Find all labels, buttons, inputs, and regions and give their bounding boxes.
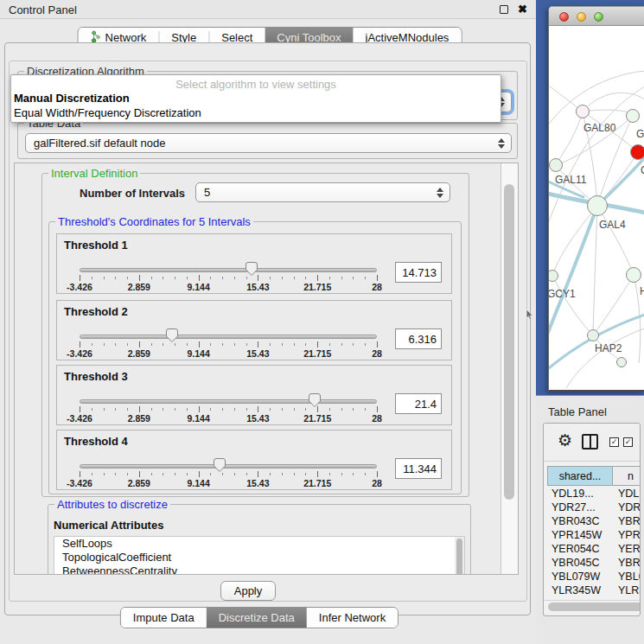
column-header-shared-name[interactable]: shared...: [547, 466, 613, 486]
slider-tick: [246, 408, 247, 411]
cell[interactable]: YDL19...: [547, 487, 613, 501]
cell[interactable]: YER0: [613, 542, 641, 556]
table-row[interactable]: YBL079WYBL0: [547, 570, 641, 583]
network-node[interactable]: [587, 195, 608, 216]
slider-tick: [163, 277, 163, 279]
table-row[interactable]: YPR145WYPR1: [547, 528, 641, 542]
threshold-1-slider[interactable]: -3.4262.8599.14415.4321.71528: [80, 264, 377, 291]
slider-track[interactable]: [80, 399, 377, 404]
cell[interactable]: YBR045C: [547, 556, 613, 570]
table-row[interactable]: YBR043CYBR0: [547, 514, 641, 528]
cell[interactable]: YBL079W: [547, 570, 613, 583]
table-row[interactable]: YER054CYER0: [547, 542, 641, 556]
slider-tick: [341, 343, 342, 346]
float-window-icon[interactable]: [500, 5, 508, 14]
slider-tick: [282, 408, 283, 411]
list-item[interactable]: TopologicalCoefficient: [54, 551, 464, 564]
network-node[interactable]: [626, 109, 640, 123]
network-node-label: C: [641, 164, 644, 176]
close-icon[interactable]: ✖: [518, 3, 527, 16]
window-zoom-button[interactable]: [594, 12, 603, 22]
menu-item-manual-discretization[interactable]: Manual Discretization: [14, 92, 130, 105]
table-row[interactable]: YDR27...YDR2: [547, 501, 641, 514]
threshold-2-slider[interactable]: -3.4262.8599.14415.4321.71528: [80, 330, 377, 358]
slider-tick: [127, 473, 128, 475]
window-minimize-button[interactable]: [577, 12, 586, 22]
slider-tick: [151, 343, 152, 346]
vertical-scrollbar-thumb[interactable]: [504, 184, 514, 500]
threshold-2-value[interactable]: 6.316: [395, 328, 442, 349]
slider-tick-label: 28: [372, 478, 382, 488]
cell[interactable]: YLR3: [613, 583, 641, 597]
horizontal-scrollbar[interactable]: [544, 600, 640, 612]
threshold-1-panel: Threshold 1 -3.4262.8599.14415.4321.7152…: [56, 233, 452, 294]
cell[interactable]: YER054C: [547, 542, 613, 556]
column-header-name[interactable]: n: [613, 466, 641, 486]
cell[interactable]: YLR345W: [547, 583, 613, 597]
threshold-4-slider[interactable]: -3.4262.8599.14415.4321.71528: [80, 460, 377, 488]
slider-tick-label: -3.426: [67, 413, 92, 424]
checkbox-icon[interactable]: ✓: [623, 437, 633, 447]
tab-impute-data[interactable]: Impute Data: [121, 608, 207, 628]
slider-tick: [80, 471, 80, 477]
slider-tick: [377, 471, 378, 477]
slider-tick: [365, 277, 366, 279]
network-node[interactable]: [630, 144, 644, 160]
number-of-intervals-value: 5: [204, 186, 210, 199]
cell[interactable]: YBL0: [613, 570, 641, 583]
threshold-2-panel: Threshold 2 -3.4262.8599.14415.4321.7152…: [56, 300, 452, 360]
checkbox-icon[interactable]: ✓: [609, 437, 619, 447]
network-node[interactable]: [576, 105, 590, 118]
menu-item-equal-width-frequency[interactable]: Equal Width/Frequency Discretization: [14, 106, 201, 119]
threshold-3-slider[interactable]: -3.4262.8599.14415.4321.71528: [80, 395, 377, 423]
columns-icon[interactable]: [582, 434, 598, 450]
slider-tick: [127, 408, 128, 411]
list-item[interactable]: BetweennessCentrality: [54, 564, 464, 575]
table-row[interactable]: YBR045CYBR0: [547, 556, 641, 570]
tab-label: Impute Data: [133, 611, 194, 624]
cell[interactable]: YDR27...: [547, 501, 613, 514]
network-node[interactable]: [616, 357, 627, 367]
table-row[interactable]: YDL19...YDL1: [547, 487, 641, 501]
interval-definition-group: Interval Definition Number of Intervals …: [41, 173, 469, 497]
slider-tick: [210, 473, 211, 475]
numerical-attributes-list[interactable]: SelfLoops TopologicalCoefficient Between…: [54, 536, 465, 575]
apply-button[interactable]: Apply: [220, 581, 276, 601]
cell[interactable]: YBR0: [613, 514, 641, 528]
window-close-button[interactable]: [559, 12, 569, 22]
cell[interactable]: YBR043C: [547, 514, 613, 528]
number-of-intervals-combobox[interactable]: 5: [195, 182, 450, 202]
network-node[interactable]: [549, 158, 563, 172]
list-scrollbar[interactable]: [455, 537, 464, 575]
tab-discretize-data[interactable]: Discretize Data: [207, 608, 307, 628]
slider-tick: [80, 406, 80, 412]
table-data-combobox[interactable]: galFiltered.sif default node: [25, 133, 512, 153]
horizontal-scrollbar-thumb[interactable]: [548, 603, 641, 611]
tab-infer-network[interactable]: Infer Network: [307, 608, 398, 628]
cell[interactable]: YPR145W: [547, 528, 613, 542]
vertical-scrollbar[interactable]: [501, 163, 518, 574]
network-node[interactable]: [587, 329, 599, 341]
slider-track[interactable]: [80, 268, 377, 272]
slider-track[interactable]: [80, 335, 377, 339]
network-node-label: GAL11: [555, 174, 586, 186]
threshold-4-value[interactable]: 11.344: [395, 458, 442, 479]
slider-tick: [187, 343, 188, 346]
slider-tick: [282, 473, 283, 475]
cell[interactable]: YPR1: [613, 528, 641, 542]
list-item[interactable]: SelfLoops: [54, 537, 464, 551]
cell[interactable]: YDR2: [613, 501, 641, 514]
slider-track[interactable]: [80, 464, 377, 469]
threshold-3-value[interactable]: 21.4: [395, 393, 442, 414]
slider-tick-labels: -3.4262.8599.14415.4321.71528: [80, 413, 377, 423]
threshold-1-value[interactable]: 14.713: [395, 262, 442, 283]
list-scrollbar-thumb[interactable]: [456, 539, 462, 575]
gear-icon[interactable]: ⚙: [558, 430, 572, 450]
cell[interactable]: YBR0: [613, 556, 641, 570]
slider-tick-label: 2.859: [128, 413, 150, 424]
network-node[interactable]: [626, 267, 641, 283]
network-canvas[interactable]: GAL80GACGAL11GAL4GCY1HHAP2: [549, 26, 644, 388]
slider-tick-label: 15.43: [246, 413, 269, 424]
cell[interactable]: YDL1: [613, 487, 641, 501]
table-row[interactable]: YLR345WYLR3: [547, 583, 641, 597]
